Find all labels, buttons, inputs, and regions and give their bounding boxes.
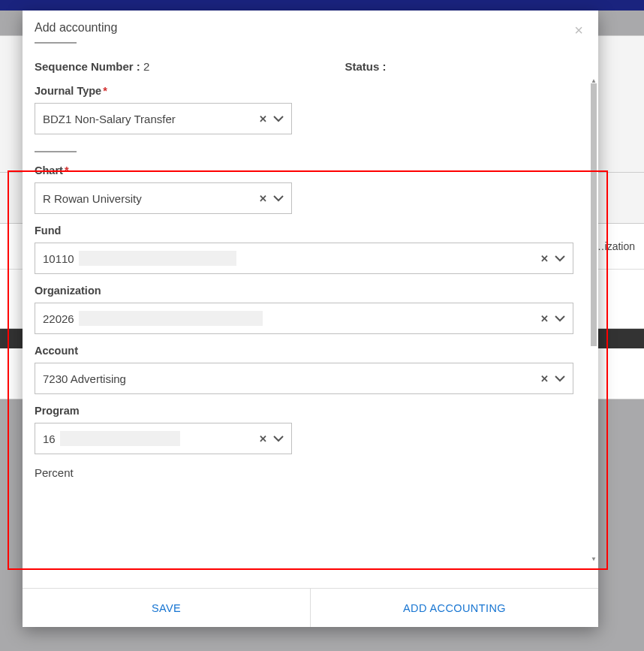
chart-label: Chart* xyxy=(35,164,586,176)
chevron-down-icon[interactable] xyxy=(273,115,284,122)
app-topbar xyxy=(0,0,644,11)
organization-label: Organization xyxy=(35,285,586,297)
journal-type-value: BDZ1 Non-Salary Transfer xyxy=(43,113,259,125)
clear-icon[interactable]: ✕ xyxy=(259,433,267,445)
save-button[interactable]: SAVE xyxy=(23,589,311,627)
dialog-title-underline xyxy=(35,42,77,44)
required-marker: * xyxy=(65,164,69,176)
field-organization: Organization 22026 ✕ xyxy=(35,285,586,334)
chevron-down-icon[interactable] xyxy=(273,435,284,442)
journal-type-select[interactable]: BDZ1 Non-Salary Transfer ✕ xyxy=(35,103,292,134)
account-label: Account xyxy=(35,345,586,357)
program-value: 16 xyxy=(43,431,259,446)
add-accounting-dialog: Add accounting × Sequence Number : 2 Sta… xyxy=(23,11,598,627)
sequence-label: Sequence Number : xyxy=(35,60,140,73)
dialog-meta-row: Sequence Number : 2 Status : xyxy=(23,50,598,77)
scrollbar[interactable]: ▲ ▼ xyxy=(591,77,597,562)
clear-icon[interactable]: ✕ xyxy=(540,313,549,324)
chart-select[interactable]: R Rowan University ✕ xyxy=(35,182,292,214)
fund-value: 10110 xyxy=(43,251,540,266)
dialog-footer: SAVE ADD ACCOUNTING xyxy=(23,588,598,627)
dialog-scroll-area: Journal Type* BDZ1 Non-Salary Transfer ✕… xyxy=(23,77,598,588)
redacted-text xyxy=(60,431,180,446)
clear-icon[interactable]: ✕ xyxy=(540,253,549,264)
clear-icon[interactable]: ✕ xyxy=(540,373,549,384)
required-marker: * xyxy=(103,85,107,97)
chevron-down-icon[interactable] xyxy=(555,315,565,322)
field-fund: Fund 10110 ✕ xyxy=(35,225,586,274)
scroll-down-icon[interactable]: ▼ xyxy=(591,556,597,562)
field-journal-type: Journal Type* BDZ1 Non-Salary Transfer ✕ xyxy=(35,85,586,134)
redacted-text xyxy=(79,311,263,326)
status-label: Status : xyxy=(345,60,386,73)
account-select[interactable]: 7230 Advertising ✕ xyxy=(35,363,573,394)
sequence-number: Sequence Number : 2 xyxy=(35,60,149,73)
percent-label: Percent xyxy=(35,466,586,479)
scrollbar-thumb[interactable] xyxy=(591,83,597,346)
clear-icon[interactable]: ✕ xyxy=(259,193,267,204)
dialog-header: Add accounting xyxy=(23,11,598,50)
organization-select[interactable]: 22026 ✕ xyxy=(35,303,573,334)
program-select[interactable]: 16 ✕ xyxy=(35,423,292,454)
organization-value: 22026 xyxy=(43,311,540,326)
scroll-up-icon[interactable]: ▲ xyxy=(591,77,597,83)
chevron-down-icon[interactable] xyxy=(555,375,565,382)
chevron-down-icon[interactable] xyxy=(273,194,284,202)
dialog-title: Add accounting xyxy=(35,21,586,35)
redacted-text xyxy=(79,251,236,266)
clear-icon[interactable]: ✕ xyxy=(259,113,267,125)
field-chart: Chart* R Rowan University ✕ xyxy=(35,164,586,214)
close-button[interactable]: × xyxy=(570,21,588,39)
fund-select[interactable]: 10110 ✕ xyxy=(35,243,573,274)
program-label: Program xyxy=(35,405,586,417)
field-account: Account 7230 Advertising ✕ xyxy=(35,345,586,394)
add-accounting-button[interactable]: ADD ACCOUNTING xyxy=(311,589,598,627)
sequence-value: 2 xyxy=(143,60,149,73)
account-value: 7230 Advertising xyxy=(43,372,540,385)
section-divider xyxy=(35,151,77,152)
bg-header-cell: …ization xyxy=(594,240,635,252)
fund-label: Fund xyxy=(35,225,586,237)
journal-type-label: Journal Type* xyxy=(35,85,586,97)
chart-value: R Rowan University xyxy=(43,192,259,205)
close-icon: × xyxy=(574,22,583,39)
chevron-down-icon[interactable] xyxy=(555,255,565,262)
status: Status : xyxy=(345,60,386,73)
field-program: Program 16 ✕ xyxy=(35,405,586,454)
